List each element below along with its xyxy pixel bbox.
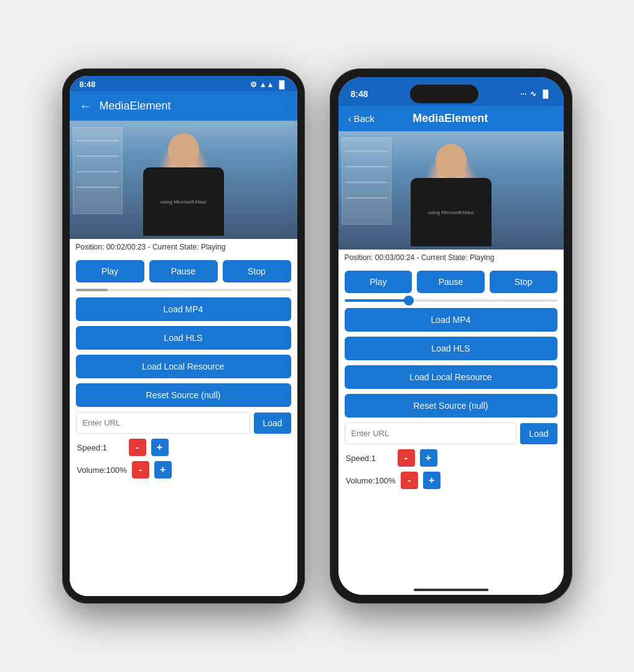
ios-volume-row: Volume:100% - + xyxy=(345,472,557,489)
ios-back-label: Back xyxy=(354,113,375,124)
ios-wifi-icon: ∿ xyxy=(530,90,536,98)
android-topbar: ← MediaElement xyxy=(70,91,297,121)
ios-seek-bar-fill xyxy=(345,299,409,302)
android-screen: 8:48 ⚙ ▲▲ ▐▌ ← MediaElement xyxy=(70,76,297,596)
ios-home-indicator xyxy=(414,589,488,591)
ios-screen: 8:48 ··· ∿ ▐▌ ‹ Back MediaElement xyxy=(338,77,564,595)
android-speed-minus-button[interactable]: - xyxy=(129,439,146,456)
ios-status-right: ··· ∿ ▐▌ xyxy=(520,90,551,98)
ios-status-bar: 8:48 ··· ∿ ▐▌ xyxy=(338,77,564,106)
ios-controls-section: Play Pause Stop Load MP4 Load HLS xyxy=(338,266,564,494)
android-playback-controls: Play Pause Stop xyxy=(76,260,291,282)
ios-load-url-button[interactable]: Load xyxy=(520,423,557,444)
android-status-icons: ⚙ ▲▲ ▐▌ xyxy=(250,80,287,89)
ios-video-player[interactable]: using Microsoft.Maui xyxy=(338,131,564,250)
ios-url-row: Load xyxy=(345,422,557,444)
android-person-head xyxy=(168,133,199,167)
android-back-button[interactable]: ← xyxy=(80,99,92,113)
ios-video-shelf xyxy=(342,138,391,225)
scene: 8:48 ⚙ ▲▲ ▐▌ ← MediaElement xyxy=(37,44,597,628)
ios-seek-bar-container[interactable] xyxy=(345,298,557,303)
ios-seek-bar-thumb[interactable] xyxy=(404,296,414,306)
android-speed-plus-button[interactable]: + xyxy=(151,439,169,456)
android-volume-plus-button[interactable]: + xyxy=(154,461,172,478)
android-volume-row: Volume:100% - + xyxy=(76,461,291,478)
ios-topbar: ‹ Back MediaElement xyxy=(338,106,564,131)
ios-dynamic-island xyxy=(410,85,478,103)
android-play-button[interactable]: Play xyxy=(76,260,144,282)
android-seek-bar-fill xyxy=(76,289,108,291)
android-seek-bar-container[interactable] xyxy=(76,287,291,292)
android-page-title: MediaElement xyxy=(100,100,171,113)
ios-load-mp4-button[interactable]: Load MP4 xyxy=(345,308,557,332)
android-time: 8:48 xyxy=(80,80,96,89)
ios-shirt-text: using Microsoft.Maui xyxy=(428,210,473,215)
android-controls-section: Play Pause Stop Load MP4 Load HLS Load L… xyxy=(70,255,297,483)
ios-phone: 8:48 ··· ∿ ▐▌ ‹ Back MediaElement xyxy=(330,68,572,604)
ios-speed-plus-button[interactable]: + xyxy=(420,449,437,467)
ios-volume-plus-button[interactable]: + xyxy=(423,472,441,489)
android-person-body: using Microsoft.Maui xyxy=(143,167,224,236)
ios-content-area: using Microsoft.Maui Position: 00:03/00:… xyxy=(338,131,564,576)
ios-url-input[interactable] xyxy=(345,422,517,444)
android-settings-icon: ⚙ xyxy=(250,80,257,89)
android-position-text: Position: 00:02/00:23 - Current State: P… xyxy=(70,239,297,255)
android-speed-label: Speed:1 xyxy=(77,443,124,452)
ios-speed-row: Speed:1 - + xyxy=(345,449,557,467)
android-load-url-button[interactable]: Load xyxy=(254,413,291,434)
android-volume-label: Volume:100% xyxy=(77,465,127,475)
android-pause-button[interactable]: Pause xyxy=(149,260,218,282)
ios-person-body: using Microsoft.Maui xyxy=(411,178,492,246)
android-load-local-button[interactable]: Load Local Resource xyxy=(76,355,291,378)
android-phone: 8:48 ⚙ ▲▲ ▐▌ ← MediaElement xyxy=(62,68,305,604)
ios-speed-label: Speed:1 xyxy=(346,454,393,463)
ios-stop-button[interactable]: Stop xyxy=(490,271,557,293)
ios-pause-button[interactable]: Pause xyxy=(417,271,485,293)
android-seek-bar[interactable] xyxy=(76,289,291,291)
android-person-silhouette: using Microsoft.Maui xyxy=(134,133,233,239)
android-video-player[interactable]: using Microsoft.Maui xyxy=(70,121,297,239)
ios-page-title: MediaElement xyxy=(378,112,523,125)
android-load-hls-button[interactable]: Load HLS xyxy=(76,326,291,350)
ios-speed-minus-button[interactable]: - xyxy=(398,449,415,467)
ios-load-hls-button[interactable]: Load HLS xyxy=(345,337,557,360)
ios-back-button[interactable]: ‹ Back xyxy=(348,113,375,124)
ios-play-button[interactable]: Play xyxy=(345,271,413,293)
android-video-shelf xyxy=(73,127,123,214)
android-battery-icon: ▐▌ xyxy=(276,80,287,89)
ios-dots-icon: ··· xyxy=(520,90,526,98)
ios-person-silhouette: using Microsoft.Maui xyxy=(401,144,501,250)
ios-back-chevron: ‹ xyxy=(348,113,352,124)
ios-person-head xyxy=(436,144,467,178)
android-reset-source-button[interactable]: Reset Source (null) xyxy=(76,383,291,407)
ios-volume-label: Volume:100% xyxy=(346,476,396,485)
android-stop-button[interactable]: Stop xyxy=(223,260,291,282)
ios-time: 8:48 xyxy=(351,89,368,99)
android-load-mp4-button[interactable]: Load MP4 xyxy=(76,297,291,321)
android-url-input[interactable] xyxy=(76,412,251,434)
android-volume-minus-button[interactable]: - xyxy=(132,461,149,478)
ios-load-local-button[interactable]: Load Local Resource xyxy=(345,365,557,389)
android-url-row: Load xyxy=(76,412,291,434)
ios-volume-minus-button[interactable]: - xyxy=(401,472,418,489)
ios-playback-controls: Play Pause Stop xyxy=(345,271,557,293)
ios-position-text: Position: 00:03/00:24 - Current State: P… xyxy=(338,250,564,266)
android-shirt-text: using Microsoft.Maui xyxy=(161,199,206,205)
android-content-area: using Microsoft.Maui Position: 00:02/00:… xyxy=(70,121,297,596)
android-speed-row: Speed:1 - + xyxy=(76,439,291,456)
ios-seek-bar[interactable] xyxy=(345,299,557,302)
android-video-frame: using Microsoft.Maui xyxy=(70,121,297,239)
android-status-bar: 8:48 ⚙ ▲▲ ▐▌ xyxy=(70,76,297,91)
ios-video-frame: using Microsoft.Maui xyxy=(338,131,564,250)
ios-reset-source-button[interactable]: Reset Source (null) xyxy=(345,394,557,418)
ios-bottom-bar xyxy=(338,576,564,595)
android-signal-icon: ▲▲ xyxy=(259,80,274,89)
ios-battery-icon: ▐▌ xyxy=(540,90,551,98)
